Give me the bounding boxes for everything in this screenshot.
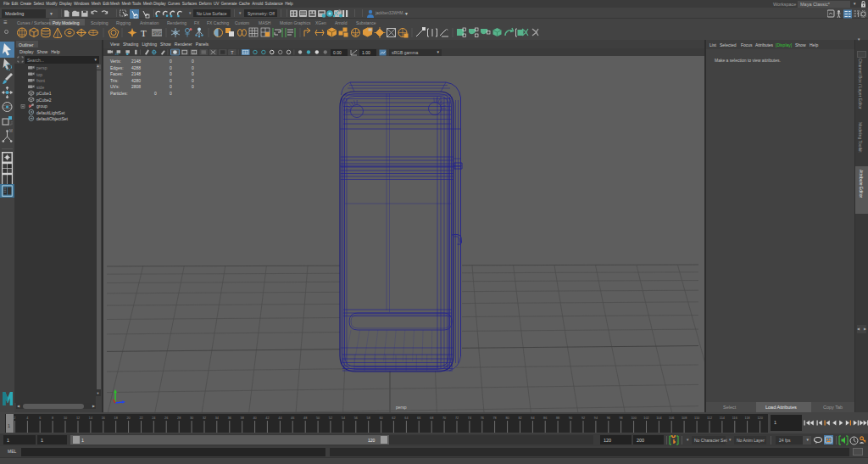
svg-text:110: 110 [694, 416, 699, 420]
svg-text:74: 74 [468, 416, 471, 420]
svg-text:pCube2: pCube2 [36, 98, 52, 103]
svg-text:60: 60 [379, 416, 382, 420]
svg-text:38: 38 [241, 416, 244, 420]
svg-text:side: side [36, 85, 44, 90]
svg-text:98: 98 [619, 416, 622, 420]
svg-text:104: 104 [656, 416, 661, 420]
svg-text:78: 78 [492, 416, 496, 420]
svg-text:SVG: SVG [153, 31, 162, 36]
svg-text:76: 76 [481, 416, 484, 420]
svg-text:96: 96 [607, 416, 610, 420]
svg-text:36: 36 [228, 416, 231, 420]
svg-text:10: 10 [64, 416, 67, 420]
svg-text:108: 108 [682, 416, 687, 420]
svg-text:82: 82 [518, 416, 521, 420]
svg-text:112: 112 [707, 416, 712, 420]
svg-text:106: 106 [669, 416, 674, 420]
svg-text:14: 14 [89, 416, 92, 420]
svg-text:M: M [9, 129, 13, 133]
svg-text:40: 40 [253, 416, 256, 420]
svg-text:T: T [141, 28, 147, 38]
svg-text:72: 72 [455, 416, 459, 420]
svg-text:18: 18 [114, 416, 118, 420]
svg-text:22: 22 [139, 416, 142, 420]
svg-text:92: 92 [581, 416, 585, 420]
svg-text:114: 114 [720, 416, 725, 420]
svg-text:70: 70 [442, 416, 446, 420]
svg-text:group: group [36, 103, 47, 109]
svg-text:118: 118 [745, 416, 750, 420]
svg-text:86: 86 [543, 416, 547, 420]
svg-text:24: 24 [152, 416, 155, 420]
svg-text:top: top [36, 72, 42, 77]
svg-text:58: 58 [367, 416, 370, 420]
svg-text:66: 66 [417, 416, 420, 420]
svg-text:persp: persp [36, 65, 47, 70]
svg-text:28: 28 [177, 416, 181, 420]
svg-text:50: 50 [316, 416, 320, 420]
svg-text:4: 4 [26, 416, 28, 420]
svg-text:94: 94 [594, 416, 598, 420]
svg-text:42: 42 [265, 416, 269, 420]
svg-text:52: 52 [329, 416, 332, 420]
svg-text:48: 48 [303, 416, 307, 420]
svg-text:90: 90 [569, 416, 572, 420]
svg-text:26: 26 [164, 416, 168, 420]
svg-text:32: 32 [203, 416, 206, 420]
svg-text:12: 12 [76, 416, 80, 420]
svg-text:120: 120 [757, 416, 762, 420]
svg-text:defaultObjectSet: defaultObjectSet [36, 116, 69, 121]
svg-text:20: 20 [126, 416, 130, 420]
svg-text:46: 46 [291, 416, 294, 420]
svg-text:102: 102 [643, 416, 648, 420]
svg-text:8: 8 [52, 416, 53, 420]
svg-text:2: 2 [14, 416, 15, 420]
svg-text:64: 64 [404, 416, 408, 420]
svg-text:16: 16 [102, 416, 105, 420]
svg-text:defaultLightSet: defaultLightSet [36, 110, 65, 115]
svg-text:front: front [36, 78, 46, 83]
svg-text:30: 30 [190, 416, 193, 420]
svg-text:6: 6 [39, 416, 41, 420]
svg-text:34: 34 [215, 416, 219, 420]
svg-text:pCube1: pCube1 [36, 91, 52, 96]
svg-text:80: 80 [505, 416, 509, 420]
svg-text:116: 116 [732, 416, 737, 420]
svg-text:62: 62 [392, 416, 395, 420]
svg-text:68: 68 [430, 416, 433, 420]
svg-text:100: 100 [631, 416, 636, 420]
svg-text:54: 54 [342, 416, 345, 420]
svg-text:56: 56 [354, 416, 358, 420]
svg-text:84: 84 [531, 416, 534, 420]
svg-text:44: 44 [278, 416, 281, 420]
svg-text:88: 88 [556, 416, 559, 420]
